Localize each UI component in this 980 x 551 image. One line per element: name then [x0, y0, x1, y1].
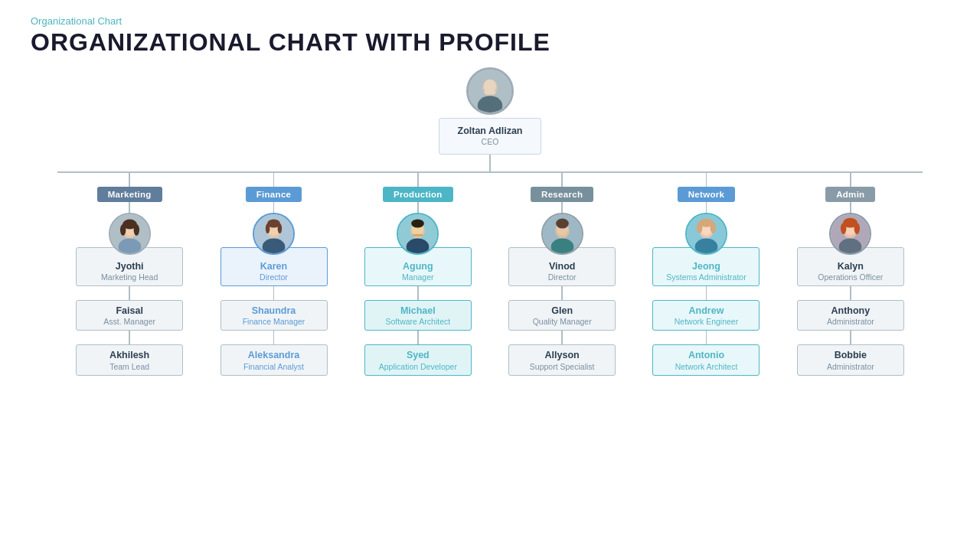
l3-box-admin: Bobbie Administrator [797, 344, 904, 375]
head-avatar-production [397, 213, 439, 255]
l2-role-marketing: Asst. Manager [84, 317, 175, 326]
page: Organizational Chart ORGANIZATIONAL CHAR… [0, 0, 980, 551]
l2-name-network: Andrew [661, 305, 751, 317]
l2-name-research: Glen [517, 305, 607, 317]
col-marketing: Marketing Jyothi [61, 173, 198, 376]
svg-point-11 [133, 224, 139, 236]
l3-box-research: Allyson Support Specialist [508, 344, 616, 375]
l3-name-finance: Aleksandra [229, 349, 319, 361]
l2-box-marketing: Faisal Asst. Manager [76, 300, 183, 331]
dept-label-network: Network [678, 187, 735, 202]
svg-point-2 [478, 96, 503, 115]
head-avatar-marketing [109, 213, 151, 255]
l3-role-research: Support Specialist [517, 362, 607, 371]
head-role-marketing: Marketing Head [84, 272, 175, 282]
l3-role-finance: Financial Analyst [229, 362, 319, 371]
svg-point-36 [710, 222, 716, 233]
l3-box-marketing: Akhilesh Team Lead [76, 344, 183, 375]
svg-point-35 [697, 222, 702, 233]
head-name-admin: Kalyn [805, 260, 896, 272]
ceo-node: Zoltan Adlizan CEO [439, 67, 542, 155]
l2-box-production: Michael Software Architect [364, 300, 472, 331]
ceo-avatar [466, 67, 514, 115]
col-research: Research Vinod Director [494, 173, 630, 376]
head-name-marketing: Jyothi [84, 260, 175, 272]
head-role-admin: Operations Officer [805, 272, 896, 282]
l2-name-finance: Shaundra [229, 305, 319, 317]
l3-name-network: Antonio [661, 349, 751, 361]
svg-point-18 [278, 223, 283, 233]
head-avatar-admin [829, 213, 871, 255]
dept-label-research: Research [531, 187, 593, 202]
svg-point-29 [556, 218, 569, 228]
svg-point-42 [841, 223, 846, 234]
ceo-box: Zoltan Adlizan CEO [439, 118, 542, 155]
svg-point-10 [120, 224, 126, 236]
l3-role-production: Application Developer [373, 362, 463, 371]
ceo-role: CEO [482, 137, 499, 146]
head-role-production: Manager [373, 272, 463, 282]
svg-rect-4 [485, 90, 495, 94]
dept-label-admin: Admin [825, 187, 875, 202]
col-network: Network Jeong Systems Administr [638, 173, 774, 376]
l2-name-admin: Anthony [805, 305, 896, 317]
col-finance: Finance Karen Director [205, 173, 341, 376]
l2-role-finance: Finance Manager [229, 317, 319, 326]
svg-point-17 [266, 223, 270, 233]
chart-area: Zoltan Adlizan CEO Marketing [31, 67, 949, 376]
dept-label-finance: Finance [246, 187, 302, 202]
l3-role-admin: Administrator [805, 362, 896, 371]
l3-name-production: Syed [373, 349, 463, 361]
head-name-finance: Karen [229, 260, 319, 272]
l3-role-marketing: Team Lead [84, 362, 175, 371]
dept-label-production: Production [383, 187, 453, 202]
l3-name-admin: Bobbie [805, 349, 896, 361]
l2-box-research: Glen Quality Manager [508, 300, 616, 331]
l3-name-research: Allyson [517, 349, 607, 361]
dept-label-marketing: Marketing [97, 187, 162, 202]
l3-box-production: Syed Application Developer [364, 344, 472, 375]
header-title: ORGANIZATIONAL CHART WITH PROFILE [31, 28, 949, 57]
columns-row: Marketing Jyothi [57, 173, 923, 376]
l2-box-network: Andrew Network Engineer [652, 300, 760, 331]
l2-role-network: Network Engineer [661, 317, 751, 326]
svg-point-23 [411, 219, 424, 227]
l2-name-production: Michael [373, 305, 463, 317]
head-role-research: Director [517, 272, 607, 282]
l2-name-marketing: Faisal [84, 305, 175, 317]
header-subtitle: Organizational Chart [31, 15, 949, 27]
l3-name-marketing: Akhilesh [84, 349, 175, 361]
l3-box-finance: Aleksandra Financial Analyst [220, 344, 328, 375]
l2-role-production: Software Architect [373, 317, 463, 326]
head-avatar-network [685, 213, 727, 255]
col-production: Production Agung Manager [350, 173, 486, 376]
top-h-line [57, 171, 923, 173]
head-avatar-research [541, 213, 583, 255]
head-role-network: Systems Administrator [661, 272, 751, 282]
head-name-network: Jeong [661, 260, 751, 272]
col-admin: Admin Kalyn Operations Officer [782, 173, 919, 376]
l2-box-finance: Shaundra Finance Manager [220, 300, 328, 331]
svg-point-43 [854, 223, 860, 234]
head-name-production: Agung [373, 260, 463, 272]
head-avatar-finance [253, 213, 295, 255]
l2-role-research: Quality Manager [517, 317, 607, 326]
l3-role-network: Network Architect [661, 362, 751, 371]
l3-box-network: Antonio Network Architect [652, 344, 760, 375]
head-name-research: Vinod [517, 260, 607, 272]
head-role-finance: Director [229, 272, 319, 282]
svg-rect-24 [413, 234, 423, 236]
ceo-name: Zoltan Adlizan [458, 125, 523, 137]
ceo-connector-v [489, 155, 491, 171]
l2-role-admin: Administrator [805, 317, 896, 326]
l2-box-admin: Anthony Administrator [797, 300, 904, 331]
